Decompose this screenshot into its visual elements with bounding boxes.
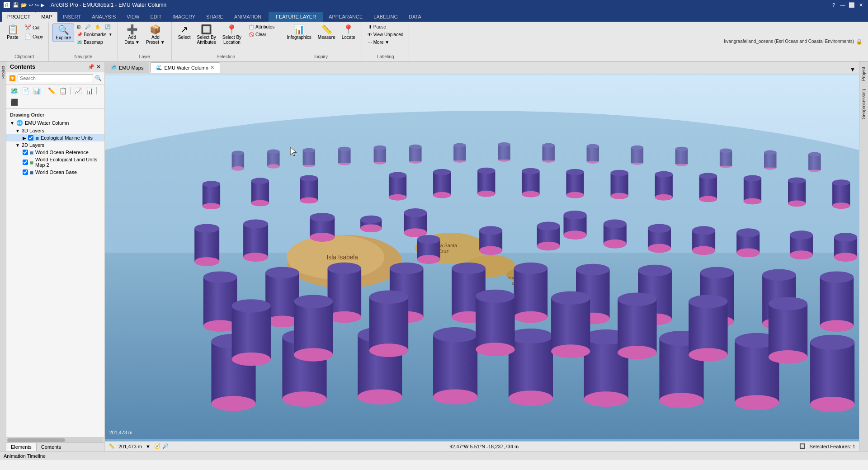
open-icon[interactable]: 📂: [21, 2, 27, 8]
emu-expand-arrow2[interactable]: ▶: [23, 136, 26, 141]
ecological-marine-units-checkbox[interactable]: [28, 135, 33, 141]
properties-icon[interactable]: 📋: [58, 86, 68, 96]
clear-button[interactable]: 🚫 Clear: [247, 31, 276, 38]
map-viewport[interactable]: Isla Isabela Isla Santa Cruz Galápagos I…: [105, 73, 859, 441]
tab-analysis[interactable]: ANALYSIS: [86, 12, 121, 22]
svg-rect-67: [251, 181, 269, 203]
view-unplaced-button[interactable]: 👁 View Unplaced: [366, 31, 406, 38]
tab-feature-layer[interactable]: FEATURE LAYER: [269, 12, 323, 22]
rotate-button[interactable]: 🔄: [103, 24, 112, 30]
project-panel-btn[interactable]: Project: [860, 63, 867, 85]
select-by-location-button[interactable]: 📍 Select ByLocation: [220, 24, 244, 46]
basemap-button[interactable]: 🗺️ Basemap: [75, 39, 114, 46]
tab-imagery[interactable]: IMAGERY: [167, 12, 201, 22]
2d-expand-arrow[interactable]: ▼: [15, 143, 20, 148]
new-report-icon[interactable]: 📊: [32, 86, 42, 96]
locate-button[interactable]: 📍 Locate: [339, 24, 358, 41]
attributes-label: Attributes: [255, 24, 274, 29]
infographics-button[interactable]: 📊 Infographics: [284, 24, 314, 41]
scale-unit-controls[interactable]: ▼: [146, 444, 151, 449]
maximize-btn[interactable]: ⬜: [848, 1, 855, 9]
emu-water-column-tab-close[interactable]: ✕: [210, 65, 214, 70]
bookmarks-button[interactable]: 📌 Bookmarks ▼: [75, 31, 114, 38]
select-button[interactable]: ↗ Select: [175, 24, 193, 41]
search-input[interactable]: [18, 74, 93, 82]
zoom-icon[interactable]: 🔎: [162, 443, 169, 449]
svg-point-169: [736, 248, 760, 257]
view-unplaced-label: View Unplaced: [373, 32, 404, 37]
pause-button[interactable]: ⏸ Pause: [366, 24, 406, 30]
svg-point-88: [477, 168, 495, 174]
north-icon[interactable]: 🧭: [154, 443, 160, 449]
tab-map[interactable]: MAP: [36, 12, 57, 22]
add-data-arrow: ▼: [135, 40, 140, 45]
more-button[interactable]: ⋯ More ▼: [366, 39, 406, 46]
navigate-label: Navigate: [75, 54, 92, 59]
layer-2d-layers[interactable]: ▼ 2D Layers: [6, 141, 104, 149]
help-btn[interactable]: ?: [830, 1, 837, 9]
add-preset-button[interactable]: 📦 AddPreset ▼: [143, 24, 168, 46]
filter-icon[interactable]: 🔽: [9, 75, 16, 81]
expand-icon[interactable]: ⬛: [9, 97, 19, 107]
svg-rect-219: [820, 277, 854, 326]
search-go-icon[interactable]: 🔍: [95, 75, 102, 81]
explore-button[interactable]: 🔍 Explore: [52, 24, 74, 42]
sidebar-close-icon[interactable]: ✕: [96, 64, 101, 70]
layer-world-ocean-reference[interactable]: ◼ World Ocean Reference: [6, 149, 104, 156]
layer-world-ocean-base[interactable]: ◼ World Ocean Base: [6, 169, 104, 176]
edit-icon[interactable]: ✏️: [47, 86, 57, 96]
pan-button[interactable]: ✋: [93, 24, 102, 30]
close-btn[interactable]: ✕: [857, 1, 864, 9]
run-icon[interactable]: ▶: [41, 2, 44, 8]
tab-edit[interactable]: EDIT: [145, 12, 167, 22]
sidebar-pin-icon[interactable]: 📌: [88, 64, 94, 70]
world-ocean-base-checkbox[interactable]: [23, 169, 28, 175]
layer-emu-water-column[interactable]: ▼ 🌐 EMU Water Column: [6, 119, 104, 127]
tab-data[interactable]: DATA: [403, 12, 427, 22]
tab-labeling[interactable]: LABELING: [368, 12, 403, 22]
emu-expand-arrow[interactable]: ▼: [10, 121, 14, 126]
layer-world-ecological[interactable]: ◼ World Ecological Land Units Map 2: [6, 156, 104, 169]
infographics-icon: 📊: [293, 25, 305, 34]
left-edge-project[interactable]: Project: [0, 63, 6, 81]
fixedzoom-button[interactable]: 🔎: [83, 24, 92, 30]
tab-insert[interactable]: INSERT: [57, 12, 86, 22]
paste-button[interactable]: 📋 Paste: [4, 24, 22, 41]
cut-button[interactable]: ✂️ Cut: [23, 24, 45, 32]
copy-button[interactable]: 📄 Copy: [23, 33, 45, 41]
world-ecological-label: World Ecological Land Units Map 2: [35, 157, 101, 168]
geoprocessing-panel-btn[interactable]: Geoprocessing: [860, 85, 867, 123]
world-ocean-reference-checkbox[interactable]: [23, 150, 28, 155]
tab-emu-water-column[interactable]: 🌊 EMU Water Column ✕: [150, 62, 220, 73]
tab-share[interactable]: SHARE: [201, 12, 229, 22]
attributes-button[interactable]: 📋 Attributes: [247, 24, 276, 30]
minimize-btn[interactable]: —: [839, 1, 846, 9]
add-data-button[interactable]: ➕ AddData ▼: [122, 24, 142, 46]
tab-emu-maps[interactable]: 🗺️ EMU Maps: [105, 62, 149, 73]
fullextent-button[interactable]: ⊞: [75, 24, 82, 30]
sidebar-hscroll[interactable]: [6, 437, 104, 442]
table-icon[interactable]: 📊: [84, 86, 94, 96]
new-map-icon[interactable]: 🗺️: [9, 86, 19, 96]
svg-rect-119: [832, 183, 850, 206]
tab-elements[interactable]: Elements: [6, 443, 37, 451]
tab-dropdown-btn[interactable]: ▼: [846, 66, 859, 73]
new-layout-icon[interactable]: 📄: [20, 86, 30, 96]
tab-animation[interactable]: ANIMATION: [229, 12, 267, 22]
layer-ecological-marine-units[interactable]: ▶ ◼ Ecological Marine Units: [6, 134, 104, 141]
select-by-attributes-button[interactable]: 🔲 Select ByAttributes: [194, 24, 219, 46]
tab-appearance[interactable]: APPEARANCE: [323, 12, 368, 22]
world-ecological-checkbox[interactable]: [23, 160, 28, 165]
undo-icon[interactable]: ↩: [29, 2, 33, 8]
redo-icon[interactable]: ↪: [35, 2, 39, 8]
add-preset-arrow: ▼: [160, 40, 165, 45]
3d-expand-arrow[interactable]: ▼: [15, 128, 20, 133]
layer-3d-layers[interactable]: ▼ 3D Layers: [6, 127, 104, 134]
tab-view[interactable]: VIEW: [121, 12, 145, 22]
chart-icon[interactable]: 📈: [73, 86, 83, 96]
measure-button[interactable]: 📏 Measure: [315, 24, 338, 41]
tab-project[interactable]: PROJECT: [2, 12, 36, 22]
save-icon[interactable]: 💾: [13, 2, 19, 8]
ribbon-tabs: PROJECT MAP INSERT ANALYSIS VIEW EDIT IM…: [0, 10, 868, 22]
tab-contents[interactable]: Contents: [37, 443, 66, 451]
